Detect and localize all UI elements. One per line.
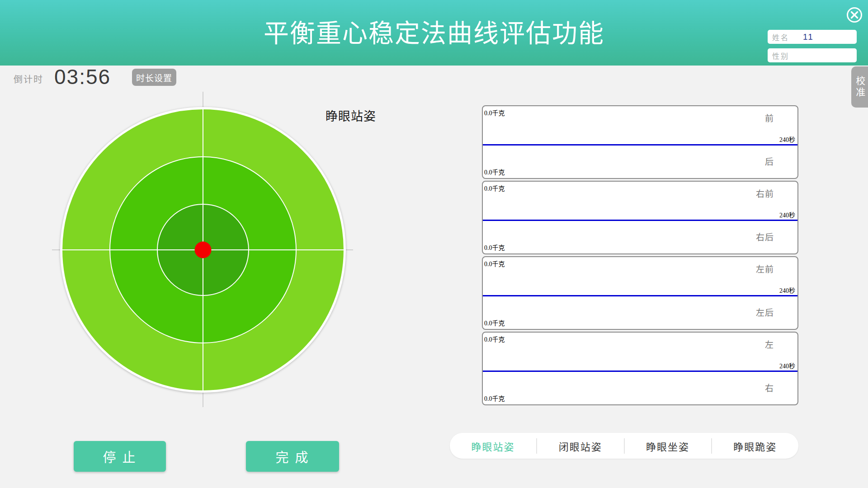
posture-tabbar: 睁眼站姿 闭眼站姿 睁眼坐姿 睁眼跪姿	[450, 433, 798, 459]
bottom-weight-value: 0.0千克	[484, 318, 505, 327]
tab-睁眼坐姿[interactable]: 睁眼坐姿	[625, 439, 711, 453]
time-axis-label: 240秒	[779, 135, 795, 144]
bottom-direction-label: 后	[765, 155, 774, 167]
time-axis-line	[483, 220, 797, 221]
bottom-direction-label: 右后	[756, 230, 774, 243]
duration-setting-button[interactable]: 时长设置	[132, 69, 176, 86]
center-of-gravity-dot	[195, 242, 212, 258]
countdown-label: 倒计时	[14, 72, 43, 85]
finish-button[interactable]: 完 成	[246, 441, 339, 472]
top-weight-value: 0.0千克	[484, 108, 505, 117]
close-icon	[846, 6, 863, 23]
stop-button[interactable]: 停 止	[74, 441, 166, 472]
bottom-direction-label: 左后	[756, 306, 774, 318]
header-bar: 平衡重心稳定法曲线评估功能 姓名 11 性别	[0, 0, 868, 66]
top-direction-label: 左	[765, 338, 774, 350]
top-weight-value: 0.0千克	[484, 183, 505, 192]
force-chart-panel: 0.0千克 左前 240秒 左后 0.0千克	[482, 256, 798, 330]
calibrate-button[interactable]: 校准	[851, 66, 868, 108]
name-field-value: 11	[803, 32, 814, 42]
top-direction-label: 左前	[756, 263, 774, 275]
force-chart-column: 0.0千克 前 240秒 后 0.0千克 0.0千克 右前 240秒 右后 0.…	[482, 105, 798, 407]
name-field[interactable]: 姓名 11	[768, 30, 857, 44]
time-axis-label: 240秒	[779, 286, 795, 295]
balance-target	[60, 107, 346, 393]
bottom-weight-value: 0.0千克	[484, 167, 505, 176]
bottom-direction-label: 右	[765, 381, 774, 394]
top-direction-label: 前	[765, 112, 774, 124]
top-weight-value: 0.0千克	[484, 334, 505, 343]
current-posture-label: 睁眼站姿	[326, 107, 376, 124]
time-axis-label: 240秒	[779, 210, 795, 219]
tab-闭眼站姿[interactable]: 闭眼站姿	[537, 439, 623, 453]
gender-field[interactable]: 性别	[768, 48, 857, 62]
time-axis-label: 240秒	[779, 361, 795, 370]
countdown-time: 03:56	[54, 65, 111, 89]
gender-field-placeholder: 性别	[772, 50, 789, 61]
bottom-weight-value: 0.0千克	[484, 243, 505, 252]
tab-睁眼跪姿[interactable]: 睁眼跪姿	[712, 439, 798, 453]
force-chart-panel: 0.0千克 前 240秒 后 0.0千克	[482, 105, 798, 179]
top-weight-value: 0.0千克	[484, 259, 505, 268]
force-chart-panel: 0.0千克 右前 240秒 右后 0.0千克	[482, 181, 798, 254]
bottom-weight-value: 0.0千克	[484, 394, 505, 403]
time-axis-line	[483, 371, 797, 372]
tab-睁眼站姿[interactable]: 睁眼站姿	[450, 439, 536, 453]
page-title: 平衡重心稳定法曲线评估功能	[0, 13, 868, 49]
time-axis-line	[483, 295, 797, 296]
time-axis-line	[483, 144, 797, 145]
top-direction-label: 右前	[756, 187, 774, 199]
close-button[interactable]	[846, 6, 863, 23]
force-chart-panel: 0.0千克 左 240秒 右 0.0千克	[482, 332, 798, 405]
name-field-label: 姓名	[772, 32, 789, 42]
